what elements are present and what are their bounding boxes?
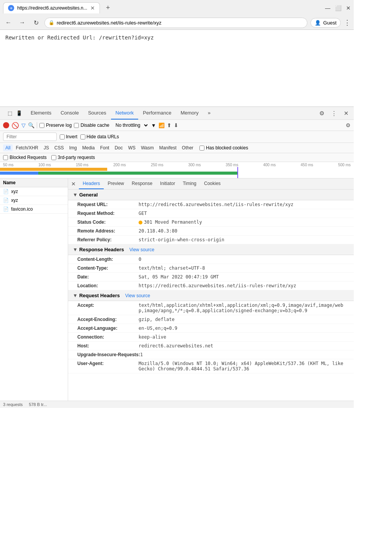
remote-address-key: Remote Address: xyxy=(77,228,139,234)
list-item[interactable]: 📄 xyz xyxy=(0,187,68,196)
status-code-value: 301 Moved Permanently xyxy=(139,219,202,225)
type-btn-other[interactable]: Other xyxy=(180,144,196,151)
wifi-icon: 📶 xyxy=(158,123,165,128)
timeline-label-1: 100 ms xyxy=(38,163,51,167)
devtools-more-btn[interactable]: ⋮ xyxy=(329,109,338,118)
disable-cache-checkbox[interactable] xyxy=(74,123,79,128)
back-btn[interactable]: ← xyxy=(3,17,14,28)
blocked-requests-checkbox[interactable] xyxy=(3,155,8,160)
disable-cache-label[interactable]: Disable cache xyxy=(74,123,109,128)
tab-close-btn[interactable]: ✕ xyxy=(90,5,95,11)
detail-tab-initiator[interactable]: Initiator xyxy=(156,178,179,189)
has-blocked-text: Has blocked cookies xyxy=(206,145,248,151)
header-row-referrer-policy: Referrer Policy: strict-origin-when-cros… xyxy=(68,236,354,244)
tab-memory[interactable]: Memory xyxy=(176,107,203,120)
preserve-log-label[interactable]: Preserve log xyxy=(39,123,72,128)
list-item[interactable]: 📄 favicon.ico xyxy=(0,205,68,214)
network-settings-btn[interactable]: ⚙ xyxy=(346,122,351,128)
third-party-label[interactable]: 3rd-party requests xyxy=(51,155,95,160)
record-btn[interactable] xyxy=(3,122,9,128)
detail-tab-cookies[interactable]: Cookies xyxy=(200,178,224,189)
filter-toggle-btn[interactable]: ▽ xyxy=(21,122,26,128)
type-btn-fetch-xhr[interactable]: Fetch/XHR xyxy=(13,144,41,151)
type-btn-js[interactable]: JS xyxy=(41,144,51,151)
content-length-key: Content-Length: xyxy=(77,257,139,262)
has-blocked-checkbox[interactable] xyxy=(199,146,204,151)
detail-tab-headers[interactable]: Headers xyxy=(79,178,104,189)
name-panel: Name 📄 xyz 📄 xyz 📄 favicon.ico xyxy=(0,178,68,401)
type-btn-all[interactable]: All xyxy=(3,144,13,151)
search-btn[interactable]: 🔍 xyxy=(28,122,34,128)
detail-tab-response[interactable]: Response xyxy=(128,178,156,189)
detail-tab-timing[interactable]: Timing xyxy=(179,178,200,189)
forward-btn[interactable]: → xyxy=(17,17,28,28)
reload-btn[interactable]: ↻ xyxy=(31,17,41,28)
timeline-bars xyxy=(0,167,354,178)
page-body-text: Rewritten or Redirected Url: /rewritten?… xyxy=(5,34,348,41)
tab-favicon: ⊕ xyxy=(8,5,14,11)
referrer-policy-value: strict-origin-when-cross-origin xyxy=(139,237,224,242)
hide-data-urls-label[interactable]: Hide data URLs xyxy=(80,134,119,139)
profile-label: Guest xyxy=(323,20,336,26)
page-content: Rewritten or Redirected Url: /rewritten?… xyxy=(0,30,354,106)
preserve-log-checkbox[interactable] xyxy=(39,123,44,128)
tab-more[interactable]: » xyxy=(203,107,215,120)
list-item[interactable]: 📄 xyz xyxy=(0,196,68,205)
type-btn-wasm[interactable]: Wasm xyxy=(139,144,156,151)
timeline-marker xyxy=(237,167,238,178)
address-input[interactable]: 🔒 redirect6.azurewebsites.net/iis-rules-… xyxy=(44,18,307,28)
type-btn-media[interactable]: Media xyxy=(80,144,97,151)
lock-icon: 🔒 xyxy=(49,20,54,25)
document-icon-1: 📄 xyxy=(3,198,9,203)
type-btn-doc[interactable]: Doc xyxy=(112,144,125,151)
tab-performance[interactable]: Performance xyxy=(138,107,176,120)
clear-btn[interactable]: 🚫 xyxy=(11,122,19,129)
throttle-select[interactable]: No throttling xyxy=(112,121,149,129)
invert-label[interactable]: Invert xyxy=(60,134,77,139)
response-headers-arrow-icon: ▼ xyxy=(73,247,78,252)
upload-btn[interactable]: ⬆ xyxy=(167,122,172,128)
blocked-requests-label[interactable]: Blocked Requests xyxy=(3,155,47,160)
request-view-source-btn[interactable]: View source xyxy=(125,293,150,298)
type-btn-css[interactable]: CSS xyxy=(52,144,66,151)
request-headers-section: ▼ Request Headers View source xyxy=(68,290,354,301)
window-close-btn[interactable]: ✕ xyxy=(346,5,351,11)
upgrade-key: Upgrade-Insecure-Requests: xyxy=(77,352,140,357)
third-party-checkbox[interactable] xyxy=(51,155,56,160)
hide-data-urls-checkbox[interactable] xyxy=(80,134,85,139)
devtools-settings-btn[interactable]: ⚙ xyxy=(317,109,326,118)
detail-close-btn[interactable]: ✕ xyxy=(71,181,76,187)
profile-btn[interactable]: 👤 Guest xyxy=(310,18,341,28)
request-accept-encoding: Accept-Encoding: gzip, deflate xyxy=(68,315,354,324)
devtools-close-btn[interactable]: ✕ xyxy=(341,109,351,118)
response-view-source-btn[interactable]: View source xyxy=(129,247,154,252)
new-tab-btn[interactable]: + xyxy=(103,2,113,13)
location-key: Location: xyxy=(77,283,139,288)
status-code-text: 301 Moved Permanently xyxy=(144,219,202,225)
user-agent-key: User-Agent: xyxy=(77,361,139,366)
tab-sources[interactable]: Sources xyxy=(83,107,111,120)
download-btn[interactable]: ⬇ xyxy=(174,122,178,128)
profile-icon: 👤 xyxy=(315,20,321,26)
window-restore-btn[interactable]: ⬜ xyxy=(335,5,341,11)
type-btn-img[interactable]: Img xyxy=(67,144,79,151)
request-accept: Accept: text/html,application/xhtml+xml,… xyxy=(68,301,354,315)
type-btn-ws[interactable]: WS xyxy=(126,144,138,151)
tab-network[interactable]: Network xyxy=(111,107,139,120)
content-type-key: Content-Type: xyxy=(77,265,139,271)
tab-console[interactable]: Console xyxy=(56,107,83,120)
device-mode-btn[interactable]: 📱 xyxy=(15,110,23,117)
tab-elements[interactable]: Elements xyxy=(26,107,56,120)
request-headers-arrow-icon: ▼ xyxy=(73,293,78,298)
filter-input[interactable] xyxy=(3,133,57,141)
invert-checkbox[interactable] xyxy=(60,134,65,139)
browser-tab[interactable]: ⊕ https://redirect6.azurewebsites.n... ✕ xyxy=(3,2,100,13)
inspect-element-btn[interactable]: ⬚ xyxy=(6,110,14,117)
window-minimize-btn[interactable]: — xyxy=(325,5,330,11)
type-btn-font[interactable]: Font xyxy=(98,144,111,151)
name-column-header: Name xyxy=(0,178,68,187)
detail-tab-preview[interactable]: Preview xyxy=(104,178,128,189)
response-headers-section: ▼ Response Headers View source xyxy=(68,244,354,255)
type-btn-manifest[interactable]: Manifest xyxy=(157,144,179,151)
browser-menu-btn[interactable]: ⋮ xyxy=(344,18,351,27)
